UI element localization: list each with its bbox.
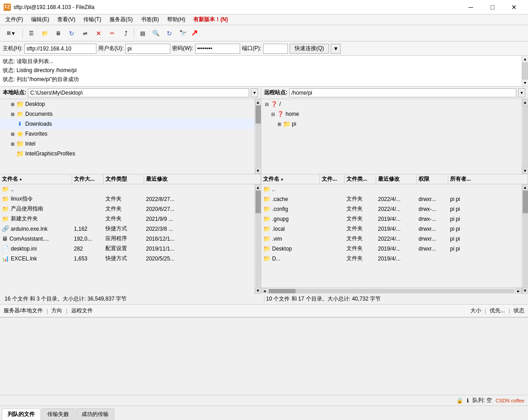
remote-hscroll-right[interactable]: ► xyxy=(515,288,522,294)
menu-help[interactable]: 帮助(H) xyxy=(164,15,189,24)
remote-file-row-local[interactable]: 📁 .local 文件夹 2019/4/... drwxr... pi pi xyxy=(261,224,522,234)
remote-files-scroll-up[interactable]: ▲ xyxy=(522,184,528,191)
site-manager-button[interactable]: ⊞▼ xyxy=(2,27,21,40)
menu-server[interactable]: 服务器(S) xyxy=(106,15,137,24)
expand-root[interactable]: ⊟ xyxy=(263,100,270,108)
menu-edit[interactable]: 编辑(E) xyxy=(27,15,53,24)
local-files-scrollbar[interactable]: ▲ ▼ xyxy=(255,184,261,294)
filter-button[interactable]: ▤ xyxy=(136,27,149,40)
tree-item-desktop[interactable]: ⊞ 📁 Desktop xyxy=(0,99,255,109)
expand-documents[interactable]: ⊞ xyxy=(9,110,16,118)
expand-home[interactable]: ⊟ xyxy=(269,110,277,118)
local-file-row-manual[interactable]: 📁 产品使用指南 文件夹 2020/6/27... xyxy=(0,204,255,214)
status-scroll-down[interactable]: ▼ xyxy=(522,80,528,86)
tree-item-favorites[interactable]: ⊞ ⭐ Favorites xyxy=(0,129,255,139)
tab-queued-files[interactable]: 列队的文件 xyxy=(2,408,41,420)
expand-desktop[interactable]: ⊞ xyxy=(9,100,16,108)
remote-col-type[interactable]: 文件类... xyxy=(345,174,376,184)
local-tree-scroll-down[interactable]: ▼ xyxy=(255,168,261,174)
menu-file[interactable]: 文件(F) xyxy=(2,15,27,24)
user-input[interactable] xyxy=(125,44,170,54)
local-files-scroll-down[interactable]: ▼ xyxy=(255,288,261,294)
maximize-button[interactable]: □ xyxy=(482,0,503,14)
remote-file-row-d[interactable]: 📁 D... 文件夹 2019/4/... xyxy=(261,254,522,264)
minimize-button[interactable]: ─ xyxy=(460,0,481,14)
toggle-remote-tree-button[interactable]: 🖥 xyxy=(52,27,64,40)
tree-item-home[interactable]: ⊟ ❓ home xyxy=(261,109,522,119)
tree-item-pi[interactable]: ⊞ 📁 pi xyxy=(261,119,522,129)
local-col-name[interactable]: 文件名 ▲ xyxy=(0,174,72,184)
toggle-local-tree-button[interactable]: 📁 xyxy=(38,27,51,40)
pass-input[interactable] xyxy=(195,44,240,54)
local-file-row-parent[interactable]: 📁 .. xyxy=(0,184,255,194)
speedlimit-button[interactable]: 🔭 xyxy=(177,27,189,40)
remote-col-owner[interactable]: 所有者... xyxy=(448,174,528,184)
port-input[interactable] xyxy=(263,44,288,54)
tree-item-intel[interactable]: ⊞ 📁 Intel xyxy=(0,139,255,149)
remote-file-mod-cache: 2022/4/... xyxy=(376,194,417,204)
tree-item-intelgfx[interactable]: ⊞ 📁 IntelGraphicsProfiles xyxy=(0,149,255,159)
status-scroll-up[interactable]: ▲ xyxy=(522,56,528,62)
toggle-message-log-button[interactable]: ☰ xyxy=(25,27,37,40)
cancel-button[interactable]: ✕ xyxy=(92,27,105,40)
tree-item-downloads[interactable]: ⊞ ⬇ Downloads xyxy=(0,119,255,129)
local-file-row-arduino[interactable]: 🔗 arduino.exe.lnk 1,162 快捷方式 2022/3/8 ..… xyxy=(0,224,255,234)
local-file-row-comassist[interactable]: 🖥 ComAssistant.... 192,0... 应用程序 2016/12… xyxy=(0,234,255,244)
local-file-row-excel[interactable]: 📊 EXCEL.lnk 1,653 快捷方式 2020/5/25... xyxy=(0,254,255,264)
process-queue-button[interactable]: ↻ xyxy=(163,27,176,40)
tree-item-documents[interactable]: ⊞ 📁 Documents xyxy=(0,109,255,119)
remote-file-row-gnupg[interactable]: 📁 .gnupg 文件夹 2019/4/... drwx-... pi pi xyxy=(261,214,522,224)
remote-file-perm-gnupg: drwx-... xyxy=(417,214,448,224)
search-button[interactable]: 🔍 xyxy=(150,27,162,40)
menu-view[interactable]: 查看(V) xyxy=(54,15,79,24)
refresh-button[interactable]: ↻ xyxy=(65,27,78,40)
remote-tree-scroll-down[interactable]: ▼ xyxy=(522,168,528,174)
menu-transfer[interactable]: 传输(T) xyxy=(80,15,105,24)
remote-files-hscrollbar[interactable]: ◄ ► xyxy=(261,288,522,294)
local-files-scroll-up[interactable]: ▲ xyxy=(255,184,261,191)
remote-file-row-cache[interactable]: 📁 .cache 文件夹 2022/4/... drwxr... pi pi xyxy=(261,194,522,204)
remote-files-scrollbar[interactable]: ▲ ▼ xyxy=(522,184,528,294)
quickconnect-button[interactable]: 快速连接(Q) xyxy=(290,44,329,54)
remote-file-row-config[interactable]: 📁 .config 文件夹 2022/4/... drwx-... pi pi xyxy=(261,204,522,214)
tab-failed-transfers[interactable]: 传输失败 xyxy=(41,408,75,420)
expand-intel[interactable]: ⊞ xyxy=(9,140,16,147)
tab-successful-transfers[interactable]: 成功的传输 xyxy=(76,408,114,420)
remote-path-dropdown[interactable]: ▼ xyxy=(518,88,525,97)
remote-col-name[interactable]: 文件名 ▲ xyxy=(261,174,320,184)
local-file-row-desktop-ini[interactable]: 📄 desktop.ini 282 配置设置 2019/11/1... xyxy=(0,244,255,254)
expand-pi[interactable]: ⊞ xyxy=(276,120,283,128)
remote-file-row-desktop[interactable]: 📁 Desktop 文件夹 2019/4/... drwxr... pi pi xyxy=(261,244,522,254)
remote-tree-scrollbar[interactable]: ▲ ▼ xyxy=(522,99,528,174)
reconnect-button[interactable]: ⤴ xyxy=(119,27,132,40)
remote-hscroll-left[interactable]: ◄ xyxy=(261,288,268,294)
menu-bookmark[interactable]: 书签(B) xyxy=(137,15,163,24)
local-file-row-linux[interactable]: 📁 linux指令 文件夹 2022/8/27... xyxy=(0,194,255,204)
local-file-mod-comassist: 2016/12/1... xyxy=(144,234,255,244)
remote-col-perm[interactable]: 权限 xyxy=(417,174,448,184)
remote-tree-scroll-up[interactable]: ▲ xyxy=(522,99,528,105)
toggle-synchronized-button[interactable]: ⇌ xyxy=(79,27,91,40)
remote-col-size[interactable]: 文件... xyxy=(320,174,345,184)
local-col-type[interactable]: 文件类型 xyxy=(104,174,144,184)
tree-item-root[interactable]: ⊟ ❓ / xyxy=(261,99,522,109)
local-tree-scrollbar[interactable]: ▲ ▼ xyxy=(255,99,261,174)
quickconnect-dropdown[interactable]: ▼ xyxy=(331,44,341,54)
close-button[interactable]: ✕ xyxy=(504,0,524,14)
remote-col-modified[interactable]: 最近修改 xyxy=(376,174,417,184)
local-path-input[interactable] xyxy=(28,88,249,97)
status-scrollbar[interactable]: ▲ ▼ xyxy=(522,56,528,86)
local-path-dropdown[interactable]: ▼ xyxy=(251,88,258,97)
local-tree-scroll-up[interactable]: ▲ xyxy=(255,99,261,105)
local-col-size[interactable]: 文件大... xyxy=(72,174,104,184)
remote-path-input[interactable] xyxy=(289,88,516,97)
disconnect-button[interactable]: ✂ xyxy=(106,27,118,40)
menu-newversion[interactable]: 有新版本！(N) xyxy=(190,15,232,24)
remote-file-row-parent[interactable]: 📁 .. xyxy=(261,184,522,194)
expand-favorites[interactable]: ⊞ xyxy=(9,130,16,137)
local-col-modified[interactable]: 最近修改 xyxy=(144,174,261,184)
local-file-row-newfolder[interactable]: 📁 新建文件夹 文件夹 2021/9/9 ... xyxy=(0,214,255,224)
remote-files-scroll-down[interactable]: ▼ xyxy=(522,288,528,294)
host-input[interactable] xyxy=(24,44,96,54)
remote-file-row-vim[interactable]: 📁 .vim 文件夹 2022/4/... drwxr... pi pi xyxy=(261,234,522,244)
